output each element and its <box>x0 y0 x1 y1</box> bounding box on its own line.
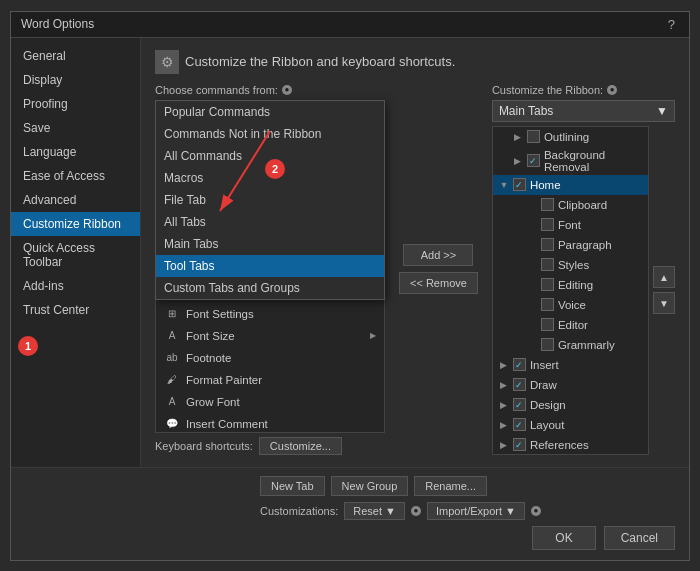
cmd-icon-font-size: A <box>164 328 180 344</box>
annotation-badge-2: 2 <box>265 159 285 179</box>
tree-checkbox-draw[interactable] <box>513 378 526 391</box>
annotation-badge-1: 1 <box>18 336 38 356</box>
tree-item-bg-removal[interactable]: ▶Background Removal <box>493 147 648 175</box>
sidebar-item-customize-ribbon[interactable]: Customize Ribbon <box>11 212 140 236</box>
ribbon-dropdown-value: Main Tabs <box>499 104 553 118</box>
tree-checkbox-design[interactable] <box>513 398 526 411</box>
tree-label-home: Home <box>530 179 644 191</box>
tree-item-home[interactable]: ▼Home <box>493 175 648 195</box>
tree-checkbox-editor[interactable] <box>541 318 554 331</box>
tree-item-draw[interactable]: ▶Draw <box>493 375 648 395</box>
sidebar: GeneralDisplayProofingSaveLanguageEase o… <box>11 38 141 467</box>
tree-item-editor[interactable]: Editor <box>493 315 648 335</box>
tree-label-draw: Draw <box>530 379 644 391</box>
sidebar-item-ease-of-access[interactable]: Ease of Access <box>11 164 140 188</box>
tree-checkbox-clipboard[interactable] <box>541 198 554 211</box>
sidebar-item-general[interactable]: General <box>11 44 140 68</box>
tree-checkbox-layout[interactable] <box>513 418 526 431</box>
cmd-item-insert-comment[interactable]: 💬Insert Comment <box>156 413 384 433</box>
tree-label-references: References <box>530 439 644 451</box>
cmd-item-footnote[interactable]: abFootnote <box>156 347 384 369</box>
tree-item-styles[interactable]: Styles <box>493 255 648 275</box>
dialog-titlebar: Word Options ? <box>11 12 689 38</box>
move-down-button[interactable]: ▼ <box>653 292 675 314</box>
cmd-item-format-painter[interactable]: 🖌Format Painter <box>156 369 384 391</box>
dropdown-option-main-tabs[interactable]: Main Tabs <box>156 233 384 255</box>
tree-expand-editing <box>525 278 539 292</box>
tree-item-layout[interactable]: ▶Layout <box>493 415 648 435</box>
sidebar-item-proofing[interactable]: Proofing <box>11 92 140 116</box>
sidebar-item-quick-access-toolbar[interactable]: Quick Access Toolbar <box>11 236 140 274</box>
help-button[interactable]: ? <box>664 17 679 32</box>
sidebar-item-trust-center[interactable]: Trust Center <box>11 298 140 322</box>
tree-label-voice: Voice <box>558 299 644 311</box>
tree-checkbox-font[interactable] <box>541 218 554 231</box>
tree-checkbox-editing[interactable] <box>541 278 554 291</box>
right-panel-label: Customize the Ribbon: ● <box>492 84 675 96</box>
cmd-icon-grow-font: A <box>164 394 180 410</box>
tree-item-insert[interactable]: ▶Insert <box>493 355 648 375</box>
sidebar-item-save[interactable]: Save <box>11 116 140 140</box>
cancel-button[interactable]: Cancel <box>604 526 675 550</box>
tree-item-clipboard[interactable]: Clipboard <box>493 195 648 215</box>
left-info-dot: ● <box>282 85 292 95</box>
tree-checkbox-styles[interactable] <box>541 258 554 271</box>
tree-item-editing[interactable]: Editing <box>493 275 648 295</box>
customizations-label: Customizations: <box>260 505 338 517</box>
cmd-label-footnote: Footnote <box>186 352 231 364</box>
sidebar-item-advanced[interactable]: Advanced <box>11 188 140 212</box>
move-up-button[interactable]: ▲ <box>653 266 675 288</box>
dropdown-option-file-tab[interactable]: File Tab <box>156 189 384 211</box>
remove-button[interactable]: << Remove <box>399 272 478 294</box>
add-button[interactable]: Add >> <box>403 244 473 266</box>
tree-expand-layout: ▶ <box>497 418 511 432</box>
cmd-label-format-painter: Format Painter <box>186 374 262 386</box>
new-group-button[interactable]: New Group <box>331 476 409 496</box>
up-down-buttons: ▲ ▼ <box>649 126 675 455</box>
tree-checkbox-bg-removal[interactable] <box>527 154 540 167</box>
import-export-button[interactable]: Import/Export ▼ <box>427 502 525 520</box>
tree-checkbox-voice[interactable] <box>541 298 554 311</box>
bottom-row2: Customizations: Reset ▼ ● Import/Export … <box>260 502 675 520</box>
tree-checkbox-paragraph[interactable] <box>541 238 554 251</box>
ok-button[interactable]: OK <box>532 526 595 550</box>
tree-expand-editor <box>525 318 539 332</box>
tree-label-layout: Layout <box>530 419 644 431</box>
dialog-title: Word Options <box>21 17 94 31</box>
tree-label-font: Font <box>558 219 644 231</box>
reset-button[interactable]: Reset ▼ <box>344 502 405 520</box>
tree-item-paragraph[interactable]: Paragraph <box>493 235 648 255</box>
new-tab-button[interactable]: New Tab <box>260 476 325 496</box>
customize-keyboard-button[interactable]: Customize... <box>259 437 342 455</box>
tree-item-voice[interactable]: Voice <box>493 295 648 315</box>
tree-checkbox-home[interactable] <box>513 178 526 191</box>
tree-expand-clipboard <box>525 198 539 212</box>
tree-checkbox-grammarly[interactable] <box>541 338 554 351</box>
ribbon-tree[interactable]: ▶Outlining▶Background Removal▼HomeClipbo… <box>492 126 649 455</box>
rename-button[interactable]: Rename... <box>414 476 487 496</box>
cmd-label-font-size: Font Size <box>186 330 235 342</box>
tree-expand-design: ▶ <box>497 398 511 412</box>
tree-item-outlining[interactable]: ▶Outlining <box>493 127 648 147</box>
tree-item-references[interactable]: ▶References <box>493 435 648 455</box>
dropdown-option-popular-commands[interactable]: Popular Commands <box>156 101 384 123</box>
dropdown-option-custom-tabs-and-groups[interactable]: Custom Tabs and Groups <box>156 277 384 299</box>
ribbon-dropdown[interactable]: Main Tabs ▼ <box>492 100 675 122</box>
dropdown-option-commands-not-in-the-ribbon[interactable]: Commands Not in the Ribbon <box>156 123 384 145</box>
tree-checkbox-outlining[interactable] <box>527 130 540 143</box>
tree-expand-voice <box>525 298 539 312</box>
sidebar-item-display[interactable]: Display <box>11 68 140 92</box>
cmd-item-grow-font[interactable]: AGrow Font <box>156 391 384 413</box>
tree-checkbox-insert[interactable] <box>513 358 526 371</box>
sidebar-item-add-ins[interactable]: Add-ins <box>11 274 140 298</box>
dropdown-option-tool-tabs[interactable]: Tool Tabs <box>156 255 384 277</box>
cmd-item-font-settings[interactable]: ⊞Font Settings <box>156 303 384 325</box>
tree-item-font[interactable]: Font <box>493 215 648 235</box>
tree-item-design[interactable]: ▶Design <box>493 395 648 415</box>
tree-expand-outlining: ▶ <box>511 130 525 144</box>
dropdown-option-all-tabs[interactable]: All Tabs <box>156 211 384 233</box>
tree-checkbox-references[interactable] <box>513 438 526 451</box>
tree-item-grammarly[interactable]: Grammarly <box>493 335 648 355</box>
cmd-item-font-size[interactable]: AFont Size <box>156 325 384 347</box>
sidebar-item-language[interactable]: Language <box>11 140 140 164</box>
